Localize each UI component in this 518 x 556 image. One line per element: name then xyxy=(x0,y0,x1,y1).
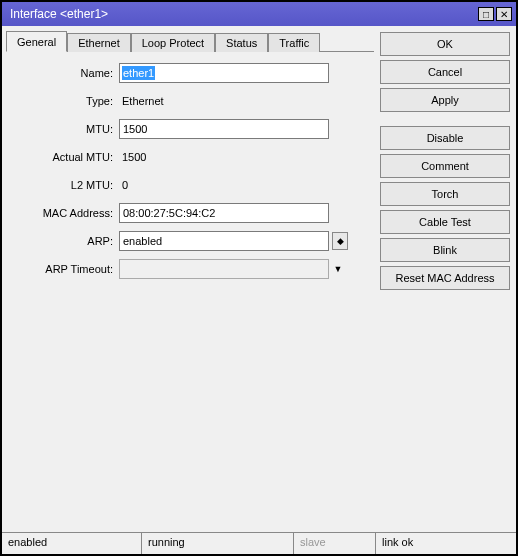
tab-status[interactable]: Status xyxy=(215,33,268,52)
label-type: Type: xyxy=(14,95,119,107)
row-l2-mtu: L2 MTU: 0 xyxy=(14,174,366,196)
label-name: Name: xyxy=(14,67,119,79)
status-running: running xyxy=(142,533,294,554)
chevron-down-icon[interactable]: ▼ xyxy=(330,260,346,278)
arp-value: enabled xyxy=(123,235,162,247)
mac-input[interactable] xyxy=(119,203,329,223)
window-buttons: □ ✕ xyxy=(478,7,512,21)
row-arp: ARP: enabled ◆ xyxy=(14,230,366,252)
comment-button[interactable]: Comment xyxy=(380,154,510,178)
minimize-icon[interactable]: □ xyxy=(478,7,494,21)
l2-mtu-value: 0 xyxy=(119,175,329,195)
disable-button[interactable]: Disable xyxy=(380,126,510,150)
close-icon[interactable]: ✕ xyxy=(496,7,512,21)
status-enabled: enabled xyxy=(2,533,142,554)
status-bar: enabled running slave link ok xyxy=(2,532,516,554)
tab-traffic[interactable]: Traffic xyxy=(268,33,320,52)
chevron-down-icon[interactable]: ◆ xyxy=(332,232,348,250)
cable-test-button[interactable]: Cable Test xyxy=(380,210,510,234)
action-column: OK Cancel Apply Disable Comment Torch Ca… xyxy=(380,30,510,528)
tab-loop-protect[interactable]: Loop Protect xyxy=(131,33,215,52)
row-name: Name: ether1 xyxy=(14,62,366,84)
window-content: General Ethernet Loop Protect Status Tra… xyxy=(2,26,516,554)
apply-button[interactable]: Apply xyxy=(380,88,510,112)
tab-strip: General Ethernet Loop Protect Status Tra… xyxy=(6,30,374,52)
row-mac: MAC Address: xyxy=(14,202,366,224)
ok-button[interactable]: OK xyxy=(380,32,510,56)
row-type: Type: Ethernet xyxy=(14,90,366,112)
row-arp-timeout: ARP Timeout: ▼ xyxy=(14,258,366,280)
form-area: Name: ether1 Type: Ethernet xyxy=(6,52,374,528)
arp-select[interactable]: enabled ◆ xyxy=(119,231,329,251)
form-column: General Ethernet Loop Protect Status Tra… xyxy=(6,30,374,528)
name-input[interactable]: ether1 xyxy=(119,63,329,83)
body-region: General Ethernet Loop Protect Status Tra… xyxy=(2,26,516,532)
arp-timeout-input[interactable]: ▼ xyxy=(119,259,329,279)
label-l2-mtu: L2 MTU: xyxy=(14,179,119,191)
interface-window: Interface <ether1> □ ✕ General Ethernet … xyxy=(2,2,516,554)
label-actual-mtu: Actual MTU: xyxy=(14,151,119,163)
mtu-input[interactable] xyxy=(119,119,329,139)
spacer xyxy=(380,116,510,122)
label-arp: ARP: xyxy=(14,235,119,247)
tab-ethernet[interactable]: Ethernet xyxy=(67,33,131,52)
blink-button[interactable]: Blink xyxy=(380,238,510,262)
status-link: link ok xyxy=(376,533,516,554)
name-value: ether1 xyxy=(122,66,155,80)
status-slave: slave xyxy=(294,533,376,554)
actual-mtu-value: 1500 xyxy=(119,147,329,167)
cancel-button[interactable]: Cancel xyxy=(380,60,510,84)
window-title: Interface <ether1> xyxy=(6,7,478,21)
reset-mac-button[interactable]: Reset MAC Address xyxy=(380,266,510,290)
type-value: Ethernet xyxy=(119,91,329,111)
row-mtu: MTU: xyxy=(14,118,366,140)
label-mac: MAC Address: xyxy=(14,207,119,219)
row-actual-mtu: Actual MTU: 1500 xyxy=(14,146,366,168)
titlebar[interactable]: Interface <ether1> □ ✕ xyxy=(2,2,516,26)
torch-button[interactable]: Torch xyxy=(380,182,510,206)
tab-general[interactable]: General xyxy=(6,31,67,52)
label-arp-timeout: ARP Timeout: xyxy=(14,263,119,275)
label-mtu: MTU: xyxy=(14,123,119,135)
